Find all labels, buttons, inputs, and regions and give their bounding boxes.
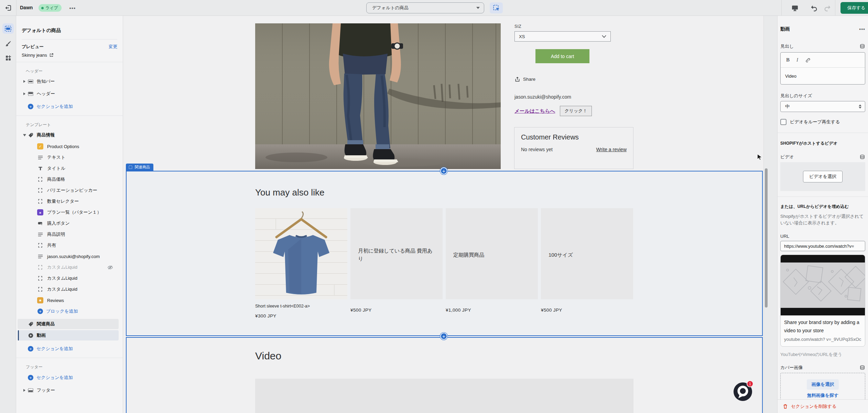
reviews-title: Customer Reviews xyxy=(521,133,627,141)
product-card[interactable]: 100サイズ ¥500 JPY xyxy=(541,208,633,299)
exit-editor-button[interactable] xyxy=(3,2,14,13)
settings-title: 動画 xyxy=(780,26,790,32)
block-plan-list[interactable]: ▦プラン一覧（パターン１） xyxy=(18,208,119,217)
link-button[interactable] xyxy=(805,57,811,63)
block-product-description[interactable]: 商品説明 xyxy=(18,230,119,239)
share-button[interactable]: Share xyxy=(514,76,535,82)
mail-link[interactable]: メールはこちらへ xyxy=(514,108,555,114)
write-review-link[interactable]: Write a review xyxy=(596,147,627,152)
header-group-label: ヘッダー xyxy=(26,68,123,74)
sidebar-item-announcement-bar[interactable]: 告知バー xyxy=(18,76,119,87)
add-section-between-button[interactable]: + xyxy=(440,333,447,340)
video-url-input[interactable] xyxy=(780,241,865,251)
device-preview-button[interactable] xyxy=(790,3,800,13)
block-reviews[interactable]: ★Reviews xyxy=(18,295,119,305)
sidebar-item-product-information[interactable]: 商品情報 xyxy=(18,130,119,140)
block-custom-liquid[interactable]: カスタムLiquid xyxy=(18,274,119,283)
text-icon xyxy=(37,254,44,259)
section-picker-tool-button[interactable] xyxy=(490,2,503,13)
checkbox[interactable] xyxy=(780,119,786,125)
customer-reviews-card: Customer Reviews No reviews yet Write a … xyxy=(514,127,633,169)
heading-richtext-editor[interactable]: B I Video xyxy=(780,52,865,85)
explore-free-images-link[interactable]: 無料画像を探す xyxy=(807,392,839,399)
brackets-icon xyxy=(37,199,44,204)
change-preview-link[interactable]: 変更 xyxy=(109,44,117,50)
select-video-button[interactable]: ビデオを選択 xyxy=(803,171,843,182)
page-selector-dropdown[interactable]: デフォルトの商品 xyxy=(366,2,484,13)
page-selector-value: デフォルトの商品 xyxy=(372,5,409,11)
block-title[interactable]: タイトル xyxy=(18,164,119,173)
heading-input[interactable]: Video xyxy=(781,68,865,84)
related-products-section[interactable]: You may also like Short sleeve t-shirt<E… xyxy=(126,171,763,336)
product-card[interactable]: 定期購買商品 ¥1,000 JPY xyxy=(446,208,538,299)
app-embeds-tab[interactable] xyxy=(2,53,14,63)
video-preview-card[interactable]: Share your brand story by adding a video… xyxy=(780,255,865,347)
block-email-text[interactable]: jason.suzuki@shopify.com xyxy=(18,252,119,261)
product-price: ¥500 JPY xyxy=(350,308,372,313)
block-product-options[interactable]: ✓Product Options xyxy=(18,142,119,151)
dynamic-source-icon[interactable] xyxy=(859,365,865,370)
product-card[interactable]: 月初に登録している商品 費用あり ¥500 JPY xyxy=(350,208,443,299)
block-text[interactable]: テキスト xyxy=(18,153,119,162)
footer-section-icon xyxy=(27,387,34,393)
sections-tab[interactable] xyxy=(2,23,14,34)
undo-button[interactable] xyxy=(809,3,819,13)
click-button[interactable]: クリック！ xyxy=(560,106,592,116)
product-hero-image[interactable] xyxy=(255,23,501,169)
theme-settings-tab[interactable] xyxy=(2,38,14,49)
redo-button[interactable] xyxy=(822,3,832,13)
add-section-button-footer[interactable]: +セクションを追加 xyxy=(18,373,119,382)
italic-button[interactable]: I xyxy=(796,57,798,63)
settings-overflow-menu[interactable]: ••• xyxy=(859,26,865,32)
add-to-cart-button[interactable]: Add to cart xyxy=(535,49,589,63)
add-section-above-button[interactable]: + xyxy=(440,167,447,175)
video-section[interactable]: Video xyxy=(126,337,763,413)
dynamic-source-icon[interactable] xyxy=(859,43,865,49)
brackets-icon xyxy=(37,265,44,270)
preview-product-link[interactable]: Skinny jeans xyxy=(22,53,117,58)
related-section-badge[interactable]: 関連商品 xyxy=(126,164,153,171)
block-product-price[interactable]: 商品価格 xyxy=(18,175,119,184)
theme-overflow-menu[interactable]: ••• xyxy=(67,3,78,13)
sidebar-item-header[interactable]: ヘッダー xyxy=(18,89,119,99)
live-badge: ライブ xyxy=(39,4,62,12)
add-section-button-template[interactable]: +セクションを追加 xyxy=(18,344,119,354)
add-section-button-header[interactable]: +セクションを追加 xyxy=(18,102,119,111)
chevron-right-icon xyxy=(22,80,27,83)
video-title: Share your brand story by adding a video… xyxy=(784,318,861,335)
product-email-text: jason.suzuki@shopify.com xyxy=(514,94,571,100)
eye-off-icon[interactable] xyxy=(107,264,113,270)
block-share[interactable]: 共有 xyxy=(18,241,119,250)
delete-section-row[interactable]: セクションを削除する xyxy=(778,399,868,413)
heading-size-select[interactable]: 中 xyxy=(780,101,865,112)
block-buy-button[interactable]: 購入ボタン xyxy=(18,219,119,228)
text-icon xyxy=(37,155,44,160)
topbar-divider xyxy=(781,0,782,15)
loop-video-label: ビデオをループ再生する xyxy=(790,119,840,125)
preview-scrollbar[interactable] xyxy=(763,16,768,413)
block-quantity-selector[interactable]: 数量セレクター xyxy=(18,197,119,206)
loop-video-checkbox-row[interactable]: ビデオをループ再生する xyxy=(780,119,865,125)
sidebar-item-video[interactable]: 動画 xyxy=(18,330,119,341)
sidebar-item-footer[interactable]: フッター xyxy=(18,385,119,395)
product-card[interactable]: Short sleeve t-shirt<E002-a> ¥300 JPY xyxy=(255,208,347,299)
add-block-button[interactable]: +ブロックを追加 xyxy=(18,306,119,316)
save-button[interactable]: 保存する xyxy=(840,2,868,14)
product-price: ¥1,000 JPY xyxy=(446,308,471,313)
bold-button[interactable]: B xyxy=(786,57,790,63)
select-image-button[interactable]: 画像を選択 xyxy=(807,379,839,390)
block-custom-liquid[interactable]: カスタムLiquid xyxy=(18,284,119,294)
scrollbar-thumb[interactable] xyxy=(765,168,768,308)
size-select[interactable]: XS xyxy=(514,31,611,42)
buy-button-icon xyxy=(37,221,44,226)
chat-widget[interactable]: 1 xyxy=(733,382,753,402)
cover-image-label: カバー画像 xyxy=(780,365,803,371)
sidebar-item-related-products[interactable]: 関連商品 xyxy=(18,319,119,329)
reviews-empty-text: No reviews yet xyxy=(521,147,553,152)
dynamic-source-icon[interactable] xyxy=(859,154,865,160)
block-custom-liquid-hidden[interactable]: カスタムLiquid xyxy=(18,263,119,272)
trash-icon xyxy=(782,403,788,409)
divider xyxy=(16,358,123,358)
app-star-icon: ★ xyxy=(37,297,43,303)
block-variant-picker[interactable]: バリエーションピッカー xyxy=(18,186,119,195)
